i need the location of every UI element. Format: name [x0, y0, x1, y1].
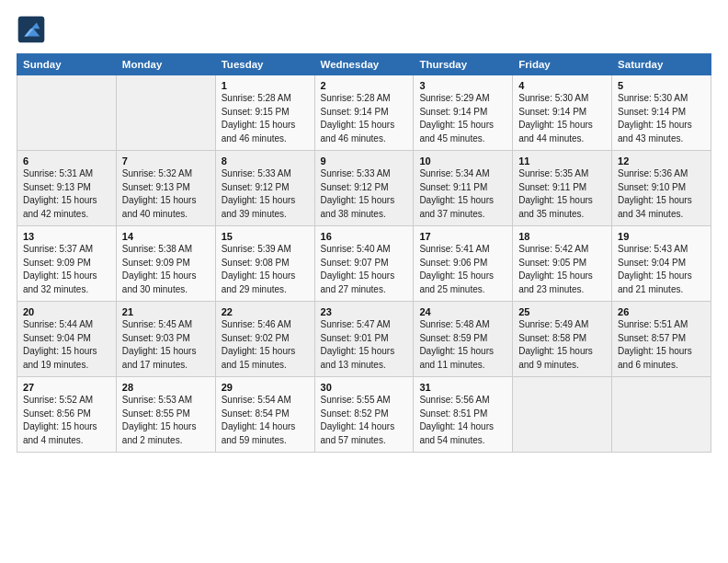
calendar-cell: 23Sunrise: 5:47 AM Sunset: 9:01 PM Dayli… [314, 302, 414, 377]
calendar-cell: 20Sunrise: 5:44 AM Sunset: 9:04 PM Dayli… [17, 302, 117, 377]
day-info: Sunrise: 5:34 AM Sunset: 9:11 PM Dayligh… [419, 167, 506, 221]
calendar-cell: 28Sunrise: 5:53 AM Sunset: 8:55 PM Dayli… [116, 377, 215, 453]
day-info: Sunrise: 5:47 AM Sunset: 9:01 PM Dayligh… [321, 318, 408, 372]
day-info: Sunrise: 5:42 AM Sunset: 9:05 PM Dayligh… [518, 243, 606, 296]
day-number: 4 [518, 80, 606, 91]
day-info: Sunrise: 5:48 AM Sunset: 8:59 PM Dayligh… [419, 318, 506, 372]
calendar-cell: 21Sunrise: 5:45 AM Sunset: 9:03 PM Dayli… [116, 302, 215, 377]
day-info: Sunrise: 5:46 AM Sunset: 9:02 PM Dayligh… [222, 318, 309, 372]
day-info: Sunrise: 5:38 AM Sunset: 9:09 PM Dayligh… [122, 243, 210, 296]
day-number: 24 [419, 306, 506, 317]
calendar-cell [116, 75, 215, 151]
day-number: 10 [419, 155, 506, 167]
logo [17, 15, 50, 44]
day-number: 6 [23, 155, 110, 167]
logo-icon [17, 15, 46, 44]
day-number: 11 [518, 155, 606, 167]
weekday-header: Friday [513, 54, 612, 75]
day-info: Sunrise: 5:41 AM Sunset: 9:06 PM Dayligh… [419, 243, 506, 296]
day-info: Sunrise: 5:36 AM Sunset: 9:10 PM Dayligh… [618, 167, 705, 221]
weekday-header: Saturday [612, 54, 711, 75]
calendar-cell: 19Sunrise: 5:43 AM Sunset: 9:04 PM Dayli… [612, 226, 711, 302]
day-number: 30 [321, 382, 408, 393]
day-info: Sunrise: 5:28 AM Sunset: 9:14 PM Dayligh… [321, 92, 408, 145]
day-info: Sunrise: 5:43 AM Sunset: 9:04 PM Dayligh… [618, 243, 705, 296]
day-info: Sunrise: 5:52 AM Sunset: 8:56 PM Dayligh… [23, 394, 110, 447]
calendar-header-row: SundayMondayTuesdayWednesdayThursdayFrid… [17, 54, 711, 75]
day-number: 3 [419, 80, 506, 91]
day-number: 16 [321, 231, 408, 242]
day-info: Sunrise: 5:33 AM Sunset: 9:12 PM Dayligh… [321, 167, 408, 221]
calendar-cell: 12Sunrise: 5:36 AM Sunset: 9:10 PM Dayli… [612, 151, 711, 226]
day-number: 21 [122, 306, 210, 317]
day-number: 31 [419, 382, 506, 393]
calendar-week-row: 27Sunrise: 5:52 AM Sunset: 8:56 PM Dayli… [17, 377, 711, 453]
day-info: Sunrise: 5:35 AM Sunset: 9:11 PM Dayligh… [518, 167, 606, 221]
day-number: 1 [222, 80, 309, 91]
day-number: 18 [518, 231, 606, 242]
day-number: 12 [618, 155, 705, 167]
weekday-header: Monday [116, 54, 215, 75]
day-info: Sunrise: 5:45 AM Sunset: 9:03 PM Dayligh… [122, 318, 210, 372]
calendar-cell: 17Sunrise: 5:41 AM Sunset: 9:06 PM Dayli… [414, 226, 513, 302]
day-info: Sunrise: 5:37 AM Sunset: 9:09 PM Dayligh… [23, 243, 110, 296]
calendar-cell: 29Sunrise: 5:54 AM Sunset: 8:54 PM Dayli… [215, 377, 314, 453]
weekday-header: Sunday [17, 54, 117, 75]
day-number: 22 [222, 306, 309, 317]
calendar-table: SundayMondayTuesdayWednesdayThursdayFrid… [17, 53, 711, 453]
weekday-header: Wednesday [314, 54, 414, 75]
day-number: 2 [321, 80, 408, 91]
calendar-cell: 22Sunrise: 5:46 AM Sunset: 9:02 PM Dayli… [215, 302, 314, 377]
calendar-cell: 24Sunrise: 5:48 AM Sunset: 8:59 PM Dayli… [414, 302, 513, 377]
calendar-cell: 27Sunrise: 5:52 AM Sunset: 8:56 PM Dayli… [17, 377, 117, 453]
day-info: Sunrise: 5:53 AM Sunset: 8:55 PM Dayligh… [122, 394, 210, 447]
day-number: 9 [321, 155, 408, 167]
calendar-cell: 30Sunrise: 5:55 AM Sunset: 8:52 PM Dayli… [314, 377, 414, 453]
day-info: Sunrise: 5:29 AM Sunset: 9:14 PM Dayligh… [419, 92, 506, 145]
day-number: 25 [518, 306, 606, 317]
calendar-cell: 13Sunrise: 5:37 AM Sunset: 9:09 PM Dayli… [17, 226, 117, 302]
calendar-cell: 4Sunrise: 5:30 AM Sunset: 9:14 PM Daylig… [513, 75, 612, 151]
calendar-cell [612, 377, 711, 453]
calendar-cell: 26Sunrise: 5:51 AM Sunset: 8:57 PM Dayli… [612, 302, 711, 377]
day-number: 20 [23, 306, 110, 317]
day-number: 8 [222, 155, 309, 167]
calendar-cell: 5Sunrise: 5:30 AM Sunset: 9:14 PM Daylig… [612, 75, 711, 151]
day-info: Sunrise: 5:49 AM Sunset: 8:58 PM Dayligh… [518, 318, 606, 372]
weekday-header: Thursday [414, 54, 513, 75]
calendar-cell [17, 75, 117, 151]
calendar-cell [513, 377, 612, 453]
day-info: Sunrise: 5:39 AM Sunset: 9:08 PM Dayligh… [222, 243, 309, 296]
calendar-cell: 31Sunrise: 5:56 AM Sunset: 8:51 PM Dayli… [414, 377, 513, 453]
calendar-week-row: 13Sunrise: 5:37 AM Sunset: 9:09 PM Dayli… [17, 226, 711, 302]
calendar-cell: 14Sunrise: 5:38 AM Sunset: 9:09 PM Dayli… [116, 226, 215, 302]
day-info: Sunrise: 5:31 AM Sunset: 9:13 PM Dayligh… [23, 167, 110, 221]
calendar-cell: 25Sunrise: 5:49 AM Sunset: 8:58 PM Dayli… [513, 302, 612, 377]
page-header [17, 15, 711, 44]
calendar-cell: 3Sunrise: 5:29 AM Sunset: 9:14 PM Daylig… [414, 75, 513, 151]
weekday-header: Tuesday [215, 54, 314, 75]
day-number: 29 [222, 382, 309, 393]
calendar-cell: 10Sunrise: 5:34 AM Sunset: 9:11 PM Dayli… [414, 151, 513, 226]
calendar-cell: 16Sunrise: 5:40 AM Sunset: 9:07 PM Dayli… [314, 226, 414, 302]
calendar-cell: 7Sunrise: 5:32 AM Sunset: 9:13 PM Daylig… [116, 151, 215, 226]
day-number: 13 [23, 231, 110, 242]
day-number: 26 [618, 306, 705, 317]
calendar-week-row: 6Sunrise: 5:31 AM Sunset: 9:13 PM Daylig… [17, 151, 711, 226]
calendar-cell: 6Sunrise: 5:31 AM Sunset: 9:13 PM Daylig… [17, 151, 117, 226]
day-info: Sunrise: 5:54 AM Sunset: 8:54 PM Dayligh… [222, 394, 309, 447]
calendar-week-row: 1Sunrise: 5:28 AM Sunset: 9:15 PM Daylig… [17, 75, 711, 151]
calendar-cell: 11Sunrise: 5:35 AM Sunset: 9:11 PM Dayli… [513, 151, 612, 226]
day-info: Sunrise: 5:40 AM Sunset: 9:07 PM Dayligh… [321, 243, 408, 296]
calendar-cell: 18Sunrise: 5:42 AM Sunset: 9:05 PM Dayli… [513, 226, 612, 302]
calendar-cell: 2Sunrise: 5:28 AM Sunset: 9:14 PM Daylig… [314, 75, 414, 151]
day-number: 15 [222, 231, 309, 242]
day-number: 23 [321, 306, 408, 317]
day-number: 7 [122, 155, 210, 167]
day-info: Sunrise: 5:30 AM Sunset: 9:14 PM Dayligh… [518, 92, 606, 145]
day-number: 5 [618, 80, 705, 91]
day-info: Sunrise: 5:28 AM Sunset: 9:15 PM Dayligh… [222, 92, 309, 145]
day-number: 17 [419, 231, 506, 242]
day-info: Sunrise: 5:56 AM Sunset: 8:51 PM Dayligh… [419, 394, 506, 447]
calendar-cell: 15Sunrise: 5:39 AM Sunset: 9:08 PM Dayli… [215, 226, 314, 302]
